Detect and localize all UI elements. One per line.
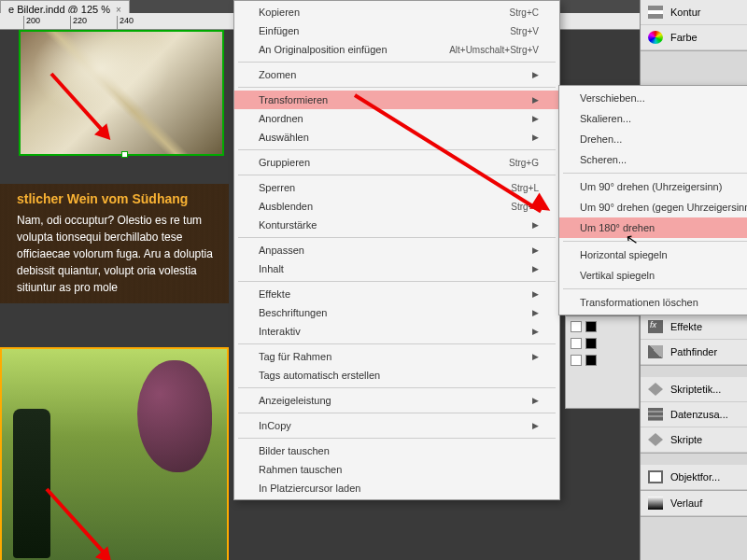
- color-icon: [648, 31, 663, 44]
- menu-item[interactable]: Bilder tauschen: [234, 441, 559, 460]
- submenu-item[interactable]: Skalieren...: [559, 108, 747, 129]
- body-text: Nam, odi occuptur? Olestio es re tum vol…: [17, 212, 221, 296]
- panel-datenzusammenfuehrung[interactable]: Datenzusa...: [641, 402, 747, 427]
- panel-verlauf[interactable]: Verlauf: [641, 491, 747, 516]
- transform-submenu[interactable]: Verschieben...Skalieren...Drehen...Scher…: [558, 85, 747, 315]
- menu-item[interactable]: Zoomen▶: [234, 65, 559, 84]
- menu-item[interactable]: InCopy▶: [234, 416, 559, 435]
- fx-icon: [648, 320, 663, 333]
- placed-image-grapes[interactable]: [0, 347, 229, 560]
- menu-item[interactable]: Anzeigeleistung▶: [234, 391, 559, 410]
- script-icon: [648, 433, 663, 446]
- menu-item[interactable]: Tag für Rahmen▶: [234, 347, 559, 366]
- ruler-mark: 220: [70, 16, 117, 29]
- menu-item[interactable]: GruppierenStrg+G: [234, 153, 559, 172]
- submenu-item[interactable]: Verschieben...: [559, 88, 747, 108]
- menu-item[interactable]: Rahmen tauschen: [234, 460, 559, 479]
- menu-item[interactable]: Anpassen▶: [234, 241, 559, 259]
- panel-pathfinder[interactable]: Pathfinder: [641, 340, 747, 365]
- submenu-item[interactable]: Drehen...: [559, 129, 747, 149]
- context-menu[interactable]: KopierenStrg+CEinfügenStrg+VAn Originalp…: [233, 0, 560, 500]
- menu-item[interactable]: An Originalposition einfügenAlt+Umschalt…: [234, 40, 559, 59]
- submenu-item[interactable]: Vertikal spiegeln: [559, 265, 747, 286]
- menu-item[interactable]: Konturstärke▶: [234, 216, 559, 234]
- menu-item[interactable]: Inhalt▶: [234, 259, 559, 278]
- menu-item[interactable]: Tags automatisch erstellen: [234, 366, 559, 385]
- menu-item[interactable]: KopierenStrg+C: [234, 3, 559, 21]
- menu-item[interactable]: Auswählen▶: [234, 128, 559, 147]
- submenu-item[interactable]: Um 90° drehen (Uhrzeigersinn): [559, 176, 747, 197]
- menu-item[interactable]: Anordnen▶: [234, 109, 559, 128]
- headline-text: stlicher Wein vom Südhang: [17, 191, 221, 206]
- ruler-mark: 240: [117, 16, 163, 29]
- menu-item[interactable]: AusblendenStrg+3: [234, 197, 559, 216]
- menu-item[interactable]: In Platziercursor laden: [234, 479, 559, 497]
- submenu-item[interactable]: Um 180° drehen: [559, 217, 747, 238]
- panel-farbe[interactable]: Farbe: [641, 25, 747, 50]
- panel-objektformat[interactable]: Objektfor...: [641, 465, 747, 490]
- menu-item[interactable]: EinfügenStrg+V: [234, 21, 559, 40]
- gradient-icon: [648, 497, 663, 510]
- swatches-panel[interactable]: [565, 315, 640, 409]
- submenu-item[interactable]: Transformationen löschen: [559, 292, 747, 313]
- pathfinder-icon: [648, 345, 663, 358]
- placed-image-asparagus[interactable]: [19, 30, 224, 156]
- tag-icon: [648, 383, 663, 396]
- data-icon: [648, 408, 663, 421]
- submenu-item[interactable]: Horizontal spiegeln: [559, 245, 747, 265]
- submenu-item[interactable]: Um 90° drehen (gegen Uhrzeigersinn): [559, 197, 747, 217]
- panel-skriptetiketten[interactable]: Skriptetik...: [641, 377, 747, 402]
- menu-item[interactable]: SperrenStrg+L: [234, 178, 559, 197]
- object-icon: [648, 470, 663, 483]
- panel-skripte[interactable]: Skripte: [641, 427, 747, 453]
- ruler-mark: 200: [23, 16, 70, 29]
- menu-item[interactable]: Interaktiv▶: [234, 322, 559, 341]
- panel-kontur[interactable]: Kontur: [641, 0, 747, 25]
- menu-item[interactable]: Transformieren▶: [234, 91, 559, 109]
- menu-item[interactable]: Beschriftungen▶: [234, 303, 559, 322]
- panel-effekte[interactable]: Effekte: [641, 315, 747, 340]
- submenu-item[interactable]: Scheren...: [559, 149, 747, 170]
- text-frame[interactable]: stlicher Wein vom Südhang Nam, odi occup…: [0, 184, 229, 303]
- stroke-icon: [648, 6, 663, 19]
- menu-item[interactable]: Effekte▶: [234, 285, 559, 303]
